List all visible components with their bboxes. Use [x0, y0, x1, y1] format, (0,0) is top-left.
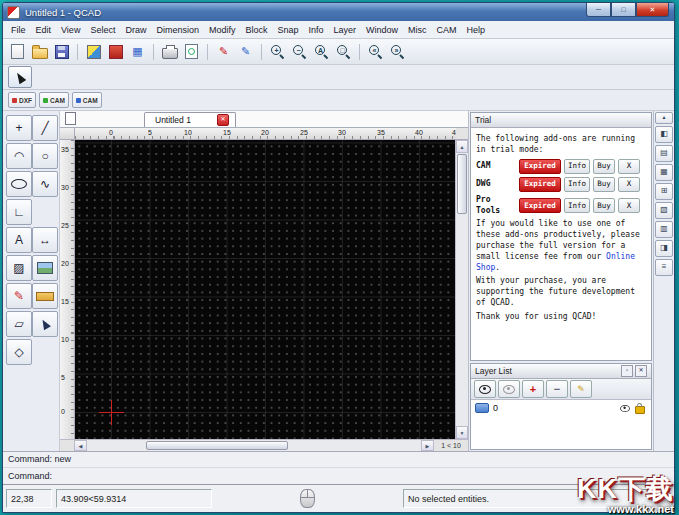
vertical-scrollbar[interactable]: ▲ ▼ — [455, 140, 468, 439]
scroll-right-button[interactable]: ▶ — [421, 440, 434, 451]
scroll-left-button[interactable]: ◀ — [74, 440, 87, 451]
zoom-in-button[interactable]: + — [267, 41, 288, 62]
menu-edit[interactable]: Edit — [31, 23, 57, 37]
layer-list-titlebar[interactable]: Layer List ▫ ✕ — [471, 364, 651, 379]
cam-toolbar-button[interactable]: CAM — [72, 92, 102, 108]
buy-button[interactable]: Buy — [593, 198, 615, 213]
edit-layer-button[interactable]: ✎ — [570, 380, 592, 398]
add-layer-button[interactable]: + — [522, 380, 544, 398]
menu-file[interactable]: File — [6, 23, 31, 37]
layer-visibility-icon[interactable] — [620, 404, 630, 411]
export-image-button[interactable] — [83, 41, 104, 62]
horizontal-scrollbar[interactable]: ◀ ▶ — [74, 439, 434, 451]
dock-toggle-misc[interactable]: ≡ — [655, 259, 673, 276]
info-button[interactable]: Info — [564, 177, 590, 192]
menu-view[interactable]: View — [56, 23, 85, 37]
ellipse-tool-button[interactable] — [6, 171, 32, 197]
print-preview-button[interactable] — [181, 41, 202, 62]
tab-untitled-1[interactable]: Untitled 1 ✕ — [144, 112, 236, 127]
titlebar[interactable]: Untitled 1 - QCAD ─ □ ✕ — [3, 3, 674, 21]
layer-lock-icon[interactable] — [635, 406, 645, 414]
block-list-button[interactable]: ▦ — [127, 41, 148, 62]
strip-scroll-up-button[interactable]: ▲ — [655, 112, 673, 124]
command-input[interactable] — [55, 470, 669, 482]
menu-dimension[interactable]: Dimension — [151, 23, 204, 37]
layer-color-swatch[interactable] — [475, 403, 489, 413]
maximize-button[interactable]: □ — [611, 3, 636, 17]
info-button[interactable]: Info — [564, 198, 590, 213]
auto-zoom-button[interactable]: A — [311, 41, 332, 62]
undock-icon[interactable]: ▫ — [621, 365, 633, 377]
buy-button[interactable]: Buy — [593, 159, 615, 174]
property-pen-button[interactable]: ✎ — [235, 41, 256, 62]
image-tool-button[interactable] — [32, 255, 58, 281]
dismiss-button[interactable]: X — [618, 159, 640, 174]
dock-toggle-command-line[interactable]: ▥ — [655, 221, 673, 238]
horizontal-scroll-thumb[interactable] — [146, 441, 288, 450]
arc-tool-button[interactable]: ◠ — [6, 143, 32, 169]
save-file-button[interactable] — [51, 41, 72, 62]
menu-help[interactable]: Help — [462, 23, 491, 37]
dxf-workspace-button[interactable]: DXF — [8, 92, 36, 108]
dock-toggle-view-list[interactable]: ⊞ — [655, 183, 673, 200]
scroll-up-button[interactable]: ▲ — [456, 140, 468, 153]
buy-button[interactable]: Buy — [593, 177, 615, 192]
menu-block[interactable]: Block — [240, 23, 272, 37]
new-file-button[interactable] — [7, 41, 28, 62]
point-tool-button[interactable]: + — [6, 115, 32, 141]
open-file-button[interactable] — [29, 41, 50, 62]
modify-tool-button[interactable]: ✎ — [6, 283, 32, 309]
scroll-track[interactable] — [87, 440, 145, 451]
measure-tool-button[interactable] — [32, 283, 58, 309]
previous-view-button[interactable]: « — [365, 41, 386, 62]
show-all-layers-button[interactable] — [474, 380, 496, 398]
menu-snap[interactable]: Snap — [272, 23, 303, 37]
scroll-track[interactable] — [456, 215, 468, 426]
remove-layer-button[interactable]: − — [546, 380, 568, 398]
dock-toggle-block-list[interactable]: ▦ — [655, 164, 673, 181]
shape-tool-button[interactable]: ▱ — [6, 311, 32, 337]
drawing-canvas[interactable] — [75, 140, 455, 439]
zoom-out-button[interactable]: − — [289, 41, 310, 62]
panel-close-icon[interactable]: ✕ — [635, 365, 647, 377]
spline-tool-button[interactable]: ∿ — [32, 171, 58, 197]
menu-cam[interactable]: CAM — [432, 23, 462, 37]
dimension-tool-button[interactable]: ↔ — [32, 227, 58, 253]
close-button[interactable]: ✕ — [636, 3, 669, 17]
tab-close-button[interactable]: ✕ — [217, 114, 229, 126]
trial-panel-titlebar[interactable]: Trial — [471, 113, 651, 128]
select-tool-button[interactable] — [32, 311, 58, 337]
menu-info[interactable]: Info — [304, 23, 329, 37]
dismiss-button[interactable]: X — [618, 198, 640, 213]
scroll-track[interactable] — [289, 440, 421, 451]
selection-tool-button[interactable] — [8, 66, 32, 88]
dismiss-button[interactable]: X — [618, 177, 640, 192]
dock-toggle-property-editor[interactable]: ◧ — [655, 126, 673, 143]
dock-toggle-layer-list[interactable]: ▤ — [655, 145, 673, 162]
menu-layer[interactable]: Layer — [329, 23, 362, 37]
vertical-scroll-thumb[interactable] — [457, 154, 467, 214]
menu-modify[interactable]: Modify — [204, 23, 241, 37]
menu-select[interactable]: Select — [85, 23, 120, 37]
export-pdf-button[interactable] — [105, 41, 126, 62]
menu-misc[interactable]: Misc — [403, 23, 432, 37]
hide-all-layers-button[interactable] — [498, 380, 520, 398]
circle-tool-button[interactable]: ○ — [32, 143, 58, 169]
menu-window[interactable]: Window — [361, 23, 403, 37]
text-tool-button[interactable]: A — [6, 227, 32, 253]
draw-pencil-button[interactable]: ✎ — [213, 41, 234, 62]
cam-workspace-button[interactable]: CAM — [39, 92, 69, 108]
line-tool-button[interactable]: ╱ — [32, 115, 58, 141]
solid-tool-button[interactable]: ◇ — [6, 339, 32, 365]
polyline-tool-button[interactable]: ∟ — [6, 199, 32, 225]
hatch-tool-button[interactable]: ▨ — [6, 255, 32, 281]
scroll-down-button[interactable]: ▼ — [456, 426, 468, 439]
print-button[interactable] — [159, 41, 180, 62]
minimize-button[interactable]: ─ — [586, 3, 611, 17]
zoom-window-button[interactable]: □ — [333, 41, 354, 62]
info-button[interactable]: Info — [564, 159, 590, 174]
pan-zoom-button[interactable]: » — [387, 41, 408, 62]
layer-row-0[interactable]: 0 — [472, 401, 650, 415]
dock-toggle-library-browser[interactable]: ▧ — [655, 202, 673, 219]
menu-draw[interactable]: Draw — [120, 23, 151, 37]
